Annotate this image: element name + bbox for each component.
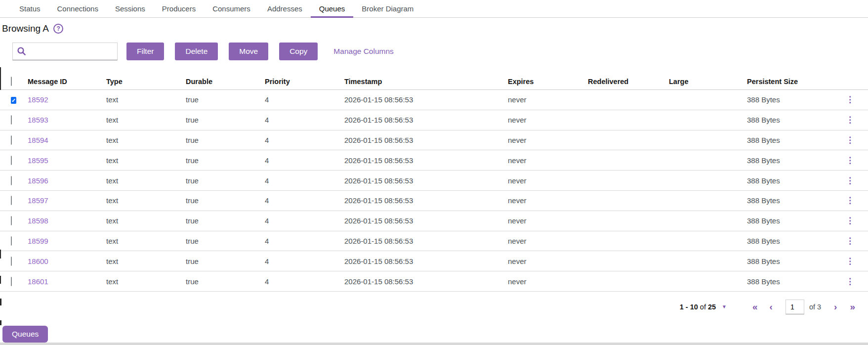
message-id-link[interactable]: 18600 [28, 257, 106, 265]
tab-connections[interactable]: Connections [49, 0, 107, 18]
delete-button[interactable]: Delete [175, 43, 218, 60]
column-header-redelivered: Redelivered [588, 78, 669, 86]
first-page-button[interactable]: « [752, 302, 758, 311]
kebab-menu-icon[interactable]: ⋮ [843, 155, 857, 166]
tab-consumers[interactable]: Consumers [204, 0, 259, 18]
cell-persistent-size: 388 Bytes [747, 136, 839, 144]
kebab-menu-icon[interactable]: ⋮ [843, 236, 857, 246]
toolbar-buttons: FilterDeleteMoveCopy [118, 43, 318, 60]
help-icon[interactable]: ? [53, 24, 63, 34]
message-id-link[interactable]: 18599 [28, 237, 106, 245]
column-header-timestamp: Timestamp [344, 78, 508, 86]
row-checkbox[interactable] [11, 156, 12, 165]
edge-artifact [0, 67, 1, 90]
message-id-link[interactable]: 18592 [28, 95, 106, 104]
tab-sessions[interactable]: Sessions [107, 0, 154, 18]
kebab-menu-icon[interactable]: ⋮ [843, 94, 857, 105]
row-checkbox[interactable] [11, 277, 12, 286]
message-id-link[interactable]: 18596 [28, 176, 106, 185]
search-wrap [12, 43, 118, 60]
message-id-link[interactable]: 18593 [28, 116, 106, 124]
cell-timestamp: 2026-01-15 08:56:53 [344, 216, 508, 225]
next-page-button[interactable]: › [834, 302, 837, 311]
row-checkbox-cell [11, 136, 28, 144]
tab-broker-diagram[interactable]: Broker Diagram [353, 0, 422, 18]
cell-persistent-size: 388 Bytes [747, 237, 839, 245]
page-title: Browsing A [2, 23, 49, 34]
cell-priority: 4 [265, 116, 344, 124]
row-checkbox[interactable] [11, 257, 12, 266]
row-checkbox[interactable] [11, 196, 12, 205]
cell-timestamp: 2026-01-15 08:56:53 [344, 136, 508, 144]
cell-expires: never [508, 116, 588, 124]
edge-artifact [0, 299, 1, 305]
message-id-link[interactable]: 18597 [28, 196, 106, 205]
select-all-checkbox[interactable] [11, 77, 12, 86]
queue-browse-panel: StatusConnectionsSessionsProducersConsum… [0, 0, 868, 345]
search-input[interactable] [12, 43, 118, 60]
row-checkbox-cell [11, 196, 28, 205]
message-id-link[interactable]: 18601 [28, 277, 106, 286]
queues-footer-button[interactable]: Queues [2, 326, 48, 343]
column-header-priority: Priority [265, 78, 344, 86]
column-header-large: Large [669, 78, 747, 86]
cell-timestamp: 2026-01-15 08:56:53 [344, 237, 508, 245]
row-checkbox-cell [11, 216, 28, 225]
row-checkbox-cell: ✓ [11, 95, 28, 104]
row-checkbox[interactable] [11, 115, 12, 125]
prev-page-button[interactable]: ‹ [770, 302, 773, 311]
page-number-input[interactable] [785, 300, 804, 314]
cell-durable: true [186, 156, 265, 165]
cell-type: text [106, 136, 186, 144]
message-id-link[interactable]: 18594 [28, 136, 106, 144]
last-page-button[interactable]: » [850, 302, 855, 311]
cell-persistent-size: 388 Bytes [747, 116, 839, 124]
tab-status[interactable]: Status [11, 0, 49, 18]
edge-artifact [0, 250, 1, 259]
column-header-expires: Expires [508, 78, 588, 86]
tab-producers[interactable]: Producers [154, 0, 204, 18]
tab-queues[interactable]: Queues [311, 0, 354, 18]
manage-columns-link[interactable]: Manage Columns [333, 47, 393, 56]
kebab-menu-icon[interactable]: ⋮ [843, 195, 857, 206]
column-header-persistent-size: Persistent Size [747, 78, 839, 86]
column-header-type: Type [106, 78, 186, 86]
cell-expires: never [508, 277, 588, 286]
kebab-menu-icon[interactable]: ⋮ [843, 175, 857, 186]
chevron-down-icon[interactable]: ▼ [722, 304, 727, 309]
cell-priority: 4 [265, 156, 344, 165]
cell-priority: 4 [265, 196, 344, 205]
cell-expires: never [508, 176, 588, 185]
copy-button[interactable]: Copy [279, 43, 318, 60]
row-checkbox[interactable] [11, 176, 12, 185]
cell-persistent-size: 388 Bytes [747, 156, 839, 165]
row-checkbox[interactable]: ✓ [11, 97, 16, 104]
table-header-row: Message IDTypeDurablePriorityTimestampEx… [0, 73, 868, 90]
tab-addresses[interactable]: Addresses [259, 0, 311, 18]
tab-bar: StatusConnectionsSessionsProducersConsum… [0, 0, 868, 18]
cell-persistent-size: 388 Bytes [747, 257, 839, 265]
move-button[interactable]: Move [229, 43, 268, 60]
cell-persistent-size: 388 Bytes [747, 216, 839, 225]
row-checkbox-cell [11, 156, 28, 165]
pagination-range[interactable]: 1 - 10 of 25 [680, 303, 716, 311]
message-id-link[interactable]: 18598 [28, 216, 106, 225]
cell-durable: true [186, 216, 265, 225]
row-checkbox-cell [11, 237, 28, 245]
table-row: 18593texttrue42026-01-15 08:56:53never38… [0, 110, 868, 130]
row-checkbox[interactable] [11, 216, 12, 225]
kebab-menu-icon[interactable]: ⋮ [843, 276, 857, 287]
row-checkbox[interactable] [11, 135, 12, 145]
table-row: 18598texttrue42026-01-15 08:56:53never38… [0, 211, 868, 231]
cell-expires: never [508, 237, 588, 245]
kebab-menu-icon[interactable]: ⋮ [843, 256, 857, 266]
kebab-menu-icon[interactable]: ⋮ [843, 115, 857, 125]
row-checkbox[interactable] [11, 236, 12, 246]
cell-persistent-size: 388 Bytes [747, 95, 839, 104]
kebab-menu-icon[interactable]: ⋮ [843, 135, 857, 145]
cell-persistent-size: 388 Bytes [747, 196, 839, 205]
message-id-link[interactable]: 18595 [28, 156, 106, 165]
kebab-menu-icon[interactable]: ⋮ [843, 216, 857, 226]
filter-button[interactable]: Filter [126, 43, 164, 60]
cell-timestamp: 2026-01-15 08:56:53 [344, 116, 508, 124]
